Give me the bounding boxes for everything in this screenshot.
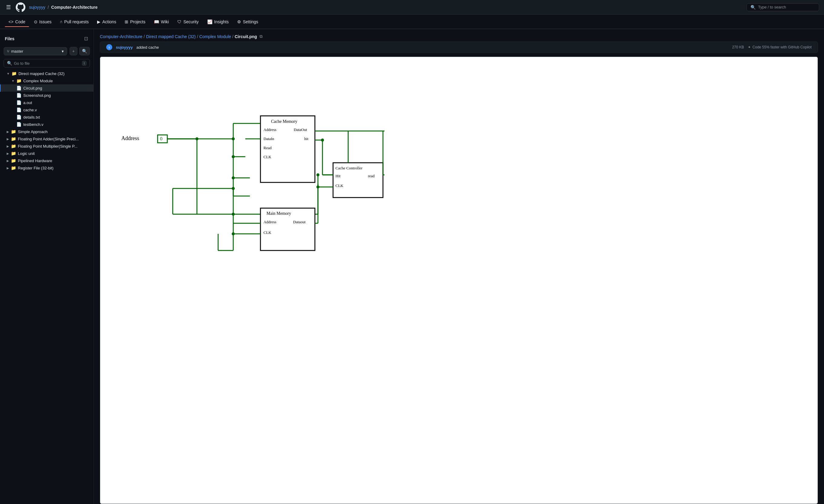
folder-icon-fpm: 📁 [11, 144, 16, 148]
branch-dropdown[interactable]: ⑂ master ▾ [4, 47, 67, 56]
tree-label-fpa: Floating Point Adder(Single Preci... [18, 137, 79, 141]
tab-settings[interactable]: ⚙ Settings [233, 17, 262, 27]
breadcrumb-current: Circuit.png [235, 34, 257, 39]
topbar-right: 🔍 Type / to search [746, 3, 819, 11]
tree-file-testbench[interactable]: 📄 testbench.v [0, 121, 94, 128]
search-files-button[interactable]: 🔍 [79, 47, 90, 56]
svg-text:Dataout: Dataout [293, 220, 306, 224]
tab-settings-label: Settings [243, 19, 258, 24]
tree-folder-fpa[interactable]: ▶ 📁 Floating Point Adder(Single Preci... [0, 135, 94, 142]
tree-folder-simple[interactable]: ▶ 📁 Simple Approach [0, 128, 94, 135]
tree-folder-complex[interactable]: ▼ 📁 Complex Module [0, 77, 94, 84]
tab-projects[interactable]: ⊞ Projects [121, 17, 149, 27]
svg-rect-2 [158, 135, 167, 143]
chevron-pipelined: ▶ [7, 159, 9, 163]
tree-file-screenshot[interactable]: 📄 Screenshot.png [0, 92, 94, 99]
tab-actions-label: Actions [102, 19, 116, 24]
search-icon: 🔍 [750, 5, 756, 10]
file-tree: ▼ 📁 Direct mapped Cache (32) ▼ 📁 Complex… [0, 70, 94, 172]
security-icon: 🛡 [177, 19, 182, 24]
subnav: <> Code ⊙ Issues ⑃ Pull requests ▶ Actio… [0, 14, 824, 29]
tree-label-details: details.txt [23, 115, 40, 119]
tree-file-circuit[interactable]: 📄 Circuit.png [0, 84, 94, 92]
sidebar-actions: ⊡ [84, 35, 89, 42]
file-search: 🔍 t [4, 59, 90, 68]
repo-name[interactable]: Computer-Architecture [51, 5, 97, 10]
tab-insights[interactable]: 📈 Insights [204, 17, 232, 27]
commit-user[interactable]: sujoyyyy [116, 45, 133, 49]
wiki-icon: 📖 [154, 19, 159, 24]
tab-pull-requests[interactable]: ⑃ Pull requests [56, 17, 92, 27]
tree-label-regfile: Register File (32-bit) [18, 166, 54, 170]
tree-label-cache: cache.v [23, 108, 37, 112]
settings-icon: ⚙ [237, 19, 241, 24]
repo-owner[interactable]: sujoyyyy [29, 5, 45, 10]
tree-file-details[interactable]: 📄 details.txt [0, 113, 94, 121]
svg-text:read: read [368, 174, 375, 178]
sidebar-title: Files [5, 36, 14, 41]
tree-folder-logic[interactable]: ▶ 📁 Logic unit [0, 150, 94, 157]
breadcrumb: Computer-Architecture / Direct mapped Ca… [94, 29, 824, 41]
tree-label-testbench: testbench.v [23, 122, 43, 127]
breadcrumb-complex[interactable]: Complex Module [199, 34, 231, 39]
breadcrumb-repo[interactable]: Computer-Architecture [100, 34, 142, 39]
sidebar-panel-icon[interactable]: ⊡ [84, 35, 89, 42]
folder-icon-pipelined: 📁 [11, 158, 16, 163]
copy-path-button[interactable]: ⧉ [260, 34, 263, 39]
tab-insights-label: Insights [214, 19, 229, 24]
main-layout: Files ⊡ ⑂ master ▾ + 🔍 🔍 t [0, 29, 824, 504]
search-small-icon: 🔍 [7, 61, 12, 66]
svg-text:Main Memory: Main Memory [267, 211, 291, 216]
breadcrumb-sep-3: / [232, 34, 233, 39]
breadcrumb-sep-2: / [197, 34, 198, 39]
tree-label-pipelined: Pipelined Hardware [18, 159, 52, 163]
menu-button[interactable]: ☰ [5, 3, 12, 12]
search-placeholder: Type / to search [758, 5, 786, 9]
svg-point-27 [232, 155, 235, 158]
branch-actions: + 🔍 [70, 47, 90, 56]
tree-file-cache[interactable]: 📄 cache.v [0, 106, 94, 113]
svg-text:CLK: CLK [264, 155, 272, 159]
svg-text:DataIn: DataIn [264, 136, 274, 141]
tab-issues[interactable]: ⊙ Issues [30, 17, 55, 27]
copilot-badge[interactable]: ✦ Code 55% faster with GitHub Copilot [748, 45, 812, 49]
branch-icon: ⑂ [7, 49, 9, 54]
tab-code[interactable]: <> Code [5, 17, 29, 27]
search-shortcut: t [82, 61, 87, 66]
svg-text:CLK: CLK [335, 183, 344, 188]
search-box[interactable]: 🔍 Type / to search [746, 3, 819, 11]
chevron-regfile: ▶ [7, 167, 9, 170]
add-file-button[interactable]: + [70, 47, 78, 56]
tab-actions[interactable]: ▶ Actions [94, 17, 120, 27]
tab-security-label: Security [183, 19, 199, 24]
chevron-fpm: ▶ [7, 144, 9, 148]
tree-folder-pipelined[interactable]: ▶ 📁 Pipelined Hardware [0, 157, 94, 164]
copilot-text: Code 55% faster with GitHub Copilot [753, 45, 812, 49]
file-icon-circuit: 📄 [16, 86, 21, 90]
svg-text:DataOut: DataOut [294, 127, 307, 132]
folder-icon-logic: 📁 [11, 151, 16, 156]
tab-security[interactable]: 🛡 Security [174, 17, 202, 27]
issues-icon: ⊙ [34, 19, 37, 24]
tree-label-dmcache: Direct mapped Cache (32) [18, 71, 65, 76]
github-logo [16, 2, 25, 12]
tab-issues-label: Issues [39, 19, 51, 24]
image-viewer[interactable]: Address 0 [100, 57, 818, 504]
folder-icon-simple: 📁 [11, 129, 16, 134]
tree-folder-fpm[interactable]: ▶ 📁 Floating Point Multiplier(Single P..… [0, 142, 94, 150]
tab-wiki[interactable]: 📖 Wiki [150, 17, 173, 27]
commit-message: added cache [136, 45, 159, 49]
content-area: Computer-Architecture / Direct mapped Ca… [94, 29, 824, 504]
svg-text:Hit: Hit [335, 174, 341, 178]
search-input[interactable] [14, 61, 80, 66]
folder-icon-complex: 📁 [16, 78, 21, 83]
file-icon-details: 📄 [16, 115, 21, 119]
tab-code-label: Code [15, 19, 25, 24]
chevron-dmcache: ▼ [7, 72, 10, 75]
sidebar: Files ⊡ ⑂ master ▾ + 🔍 🔍 t [0, 29, 94, 504]
tree-file-aout[interactable]: 📄 a.out [0, 99, 94, 106]
tree-folder-dmcache[interactable]: ▼ 📁 Direct mapped Cache (32) [0, 70, 94, 77]
breadcrumb-dmcache[interactable]: Direct mapped Cache (32) [146, 34, 196, 39]
file-info-bar: s sujoyyyy added cache 270 KB ✦ Code 55%… [100, 41, 818, 53]
tree-folder-regfile[interactable]: ▶ 📁 Register File (32-bit) [0, 164, 94, 172]
